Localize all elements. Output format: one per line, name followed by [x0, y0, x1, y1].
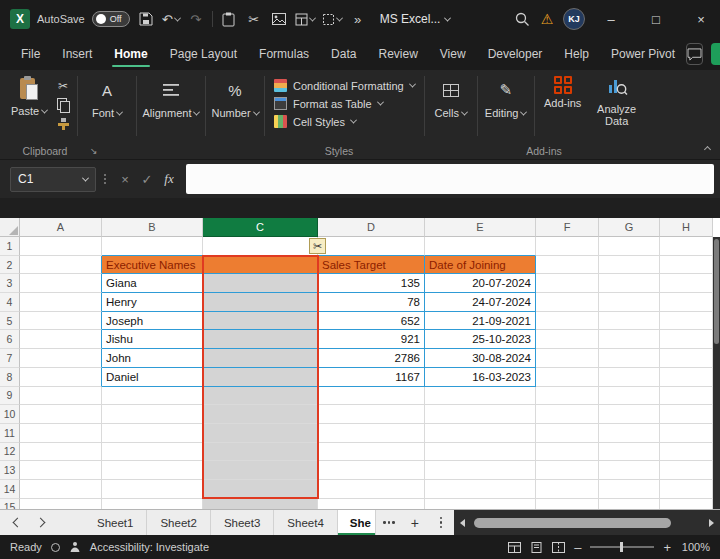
cell-C5[interactable]: [203, 312, 318, 331]
cell-B8[interactable]: Daniel: [102, 368, 203, 387]
column-header-D[interactable]: D: [318, 218, 425, 237]
cell-B13[interactable]: [102, 461, 203, 480]
row-header-14[interactable]: 14: [0, 480, 20, 499]
minimize-button[interactable]: –: [592, 0, 630, 38]
cell-C9[interactable]: [203, 387, 318, 406]
cell-B10[interactable]: [102, 405, 203, 424]
cell-E4[interactable]: 24-07-2024: [425, 293, 536, 312]
horizontal-scrollbar-thumb[interactable]: [474, 518, 671, 528]
cell-F10[interactable]: [536, 405, 599, 424]
row-header-3[interactable]: 3: [0, 274, 20, 293]
cell-D5[interactable]: 652: [318, 312, 425, 331]
vertical-scrollbar[interactable]: [713, 237, 720, 509]
cell-H12[interactable]: [660, 443, 713, 462]
cell-A7[interactable]: [20, 349, 102, 368]
font-group-button[interactable]: A Font: [81, 73, 133, 142]
row-header-8[interactable]: 8: [0, 368, 20, 387]
cell-E14[interactable]: [425, 480, 536, 499]
cell-C2[interactable]: [203, 256, 318, 275]
cell-A13[interactable]: [20, 461, 102, 480]
column-header-H[interactable]: H: [660, 218, 713, 237]
sheet-tab-sheet3[interactable]: Sheet3: [211, 510, 274, 535]
select-all-corner[interactable]: [0, 218, 20, 237]
cell-E12[interactable]: [425, 443, 536, 462]
scroll-left-icon[interactable]: [460, 519, 465, 527]
cell-D7[interactable]: 2786: [318, 349, 425, 368]
row-header-6[interactable]: 6: [0, 330, 20, 349]
collapse-ribbon-button[interactable]: [705, 142, 710, 154]
comments-button[interactable]: [686, 43, 703, 65]
cell-F2[interactable]: [536, 256, 599, 275]
paste-button[interactable]: Paste: [6, 73, 52, 142]
vertical-scrollbar-thumb[interactable]: [714, 239, 719, 344]
cell-G13[interactable]: [599, 461, 660, 480]
cells-group-button[interactable]: Cells: [428, 73, 474, 142]
cell-G10[interactable]: [599, 405, 660, 424]
cell-A15[interactable]: [20, 499, 102, 509]
sheet-tab-sheet1[interactable]: Sheet1: [84, 510, 147, 535]
cell-G12[interactable]: [599, 443, 660, 462]
cell-H1[interactable]: [660, 237, 713, 256]
cell-E10[interactable]: [425, 405, 536, 424]
row-header-11[interactable]: 11: [0, 424, 20, 443]
cell-A5[interactable]: [20, 312, 102, 331]
cell-B12[interactable]: [102, 443, 203, 462]
column-header-G[interactable]: G: [599, 218, 660, 237]
row-header-9[interactable]: 9: [0, 387, 20, 406]
cell-H14[interactable]: [660, 480, 713, 499]
cell-A6[interactable]: [20, 330, 102, 349]
cell-F5[interactable]: [536, 312, 599, 331]
redo-icon[interactable]: ↷: [187, 7, 205, 31]
cell-E15[interactable]: [425, 499, 536, 509]
cell-D4[interactable]: 78: [318, 293, 425, 312]
cell-B14[interactable]: [102, 480, 203, 499]
tab-home[interactable]: Home: [103, 38, 158, 70]
cell-H15[interactable]: [660, 499, 713, 509]
row-header-13[interactable]: 13: [0, 461, 20, 480]
cell-D8[interactable]: 1167: [318, 368, 425, 387]
column-header-B[interactable]: B: [102, 218, 203, 237]
cell-H4[interactable]: [660, 293, 713, 312]
cell-H7[interactable]: [660, 349, 713, 368]
column-header-C[interactable]: C: [203, 218, 318, 237]
cell-D9[interactable]: [318, 387, 425, 406]
zoom-level[interactable]: 100%: [680, 541, 710, 553]
cell-D3[interactable]: 135: [318, 274, 425, 293]
share-button[interactable]: [711, 43, 720, 65]
excel-logo-icon[interactable]: X: [10, 9, 30, 29]
cell-F14[interactable]: [536, 480, 599, 499]
row-header-4[interactable]: 4: [0, 293, 20, 312]
cell-E11[interactable]: [425, 424, 536, 443]
cell-G6[interactable]: [599, 330, 660, 349]
search-icon[interactable]: [513, 7, 531, 31]
tab-view[interactable]: View: [429, 38, 477, 70]
cell-C8[interactable]: [203, 368, 318, 387]
cell-C7[interactable]: [203, 349, 318, 368]
cell-G5[interactable]: [599, 312, 660, 331]
cell-B4[interactable]: Henry: [102, 293, 203, 312]
cell-F7[interactable]: [536, 349, 599, 368]
cell-D15[interactable]: [318, 499, 425, 509]
row-header-1[interactable]: 1: [0, 237, 20, 256]
cell-C1[interactable]: [203, 237, 318, 256]
horizontal-scrollbar[interactable]: [454, 510, 720, 535]
cell-A4[interactable]: [20, 293, 102, 312]
cell-D12[interactable]: [318, 443, 425, 462]
formula-input[interactable]: [186, 164, 714, 194]
zoom-in-icon[interactable]: +: [663, 540, 671, 555]
cell-A3[interactable]: [20, 274, 102, 293]
qat-overflow-button[interactable]: »: [349, 7, 367, 31]
cell-A8[interactable]: [20, 368, 102, 387]
name-box[interactable]: C1: [10, 167, 96, 192]
clipboard-dialog-launcher-icon[interactable]: ↘: [90, 146, 98, 156]
tab-file[interactable]: File: [10, 38, 51, 70]
cell-H11[interactable]: [660, 424, 713, 443]
cut-icon[interactable]: ✂: [55, 79, 71, 93]
cell-D11[interactable]: [318, 424, 425, 443]
borders-icon[interactable]: [322, 7, 342, 31]
cell-H5[interactable]: [660, 312, 713, 331]
column-header-F[interactable]: F: [536, 218, 599, 237]
cell-B7[interactable]: John: [102, 349, 203, 368]
cell-G8[interactable]: [599, 368, 660, 387]
cell-B6[interactable]: Jishu: [102, 330, 203, 349]
